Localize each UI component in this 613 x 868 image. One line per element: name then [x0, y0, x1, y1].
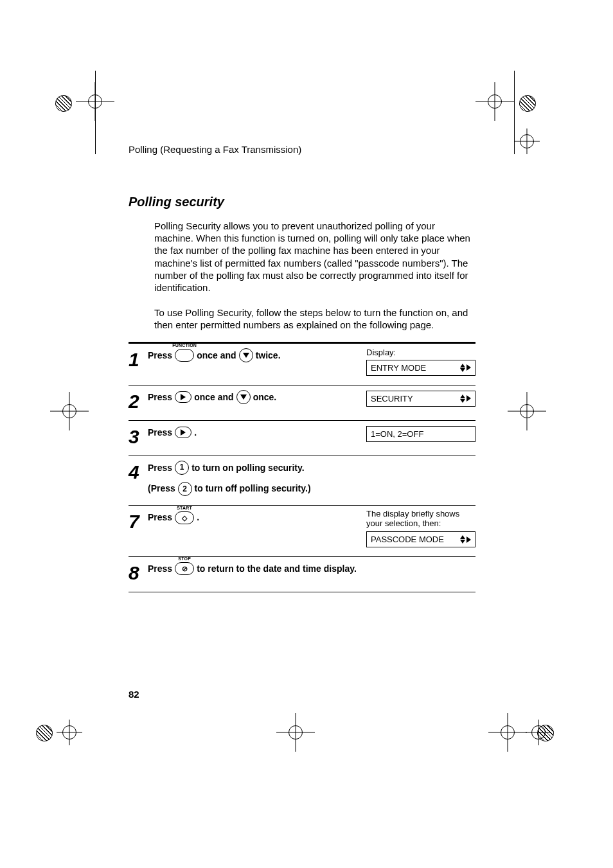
numpad-2-icon: 2: [178, 482, 192, 496]
stop-key-icon: STOP ⊘: [175, 562, 194, 575]
page-number: 82: [129, 689, 139, 700]
reg-line-tl: [95, 71, 96, 154]
step-8-body: Press STOP ⊘ to return to the date and t…: [148, 561, 366, 576]
step-3-body: Press .: [148, 425, 366, 439]
paragraph-2: To use Polling Security, follow the step…: [154, 306, 475, 331]
stop-key-label: STOP: [178, 555, 191, 562]
stop-glyph-icon: ⊘: [182, 565, 188, 572]
lcd-text: SECURITY: [371, 394, 413, 403]
once-label: once.: [253, 390, 277, 404]
numpad-1-icon: 1: [175, 461, 189, 475]
start-key-label: START: [177, 504, 192, 511]
lcd-text: ENTRY MODE: [371, 363, 426, 373]
step4-on-text: to turn on polling security.: [191, 461, 305, 475]
press-label: Press: [148, 461, 172, 475]
step-1-display: Display: ENTRY MODE: [366, 348, 475, 376]
reg-mark-tr2: [508, 122, 546, 161]
step-2: 2 Press once and once. SECURITY: [129, 389, 475, 411]
step-number: 1: [129, 348, 148, 369]
content: Polling (Requesting a Fax Transmission) …: [129, 144, 475, 596]
scroll-arrows-icon: [460, 535, 471, 544]
once-and-label: once and: [197, 348, 236, 362]
step-number: 8: [129, 561, 148, 583]
reg-mark-mr: [508, 392, 546, 430]
rule: [129, 592, 475, 592]
down-key-icon: [239, 348, 253, 362]
reg-mark-ml: [50, 392, 89, 430]
lcd-on-off: 1=ON, 2=OFF: [366, 426, 475, 442]
step-number: 3: [129, 425, 148, 447]
rule: [129, 420, 475, 421]
reg-mark-bc: [276, 713, 315, 752]
rule: [129, 456, 475, 456]
step-2-body: Press once and once.: [148, 389, 366, 404]
reg-dot-tl: [55, 95, 72, 112]
period: .: [197, 510, 199, 524]
step4-off-text: to turn off polling security.): [195, 483, 311, 493]
step-number: 4: [129, 460, 148, 482]
step-1: 1 Press FUNCTION once and twice. Display…: [129, 348, 475, 376]
step7-note: The display briefly shows your selection…: [366, 509, 475, 529]
step-8: 8 Press STOP ⊘ to return to the date and…: [129, 561, 475, 583]
scroll-arrows-icon: [460, 394, 471, 403]
start-key-icon: START ◇: [175, 511, 194, 524]
twice-label: twice.: [256, 348, 281, 362]
reg-mark-br2: [519, 713, 558, 752]
lcd-entry-mode: ENTRY MODE: [366, 360, 475, 376]
step-3-display: 1=ON, 2=OFF: [366, 425, 475, 442]
step-7-display: The display briefly shows your selection…: [366, 509, 475, 547]
paragraph-1: Polling Security allows you to prevent u…: [154, 220, 475, 294]
start-glyph-icon: ◇: [182, 514, 187, 521]
scroll-arrows-icon: [460, 364, 471, 372]
step-number: 2: [129, 389, 148, 411]
step-number: 7: [129, 509, 148, 531]
lcd-text: PASSCODE MODE: [371, 535, 444, 544]
reg-mark-bl: [50, 713, 89, 752]
lcd-passcode: PASSCODE MODE: [366, 531, 475, 547]
press-label: Press: [148, 562, 172, 576]
section-title: Polling security: [129, 195, 475, 209]
reg-dot-tr: [519, 95, 536, 112]
press-label: Press: [148, 510, 172, 524]
step-7: 7 Press START ◇ . The display briefly sh…: [129, 509, 475, 547]
press-label: Press: [148, 425, 172, 439]
step-4: 4 Press 1 to turn on polling security. (…: [129, 460, 475, 497]
page: Polling (Requesting a Fax Transmission) …: [0, 0, 613, 868]
period: .: [194, 425, 197, 439]
lcd-security: SECURITY: [366, 391, 475, 407]
step-2-display: SECURITY: [366, 389, 475, 407]
step-7-body: Press START ◇ .: [148, 509, 366, 524]
press-label: Press: [148, 348, 172, 362]
step-4-body: Press 1 to turn on polling security. (Pr…: [148, 460, 366, 497]
lcd-text: 1=ON, 2=OFF: [371, 429, 423, 439]
step8-tail: to return to the date and time display.: [197, 562, 357, 576]
step-1-body: Press FUNCTION once and twice.: [148, 348, 366, 362]
down-key-icon: [236, 390, 251, 404]
step-3: 3 Press . 1=ON, 2=OFF: [129, 425, 475, 447]
display-label: Display:: [366, 348, 475, 357]
running-head: Polling (Requesting a Fax Transmission): [129, 144, 475, 155]
reg-mark-tr: [475, 82, 514, 121]
rule: [129, 385, 475, 385]
press-paren-label: (Press: [148, 483, 175, 493]
press-label: Press: [148, 390, 172, 404]
right-key-icon: [175, 391, 191, 403]
function-key-icon: FUNCTION: [175, 349, 194, 362]
function-key-label: FUNCTION: [172, 342, 197, 349]
right-key-icon: [175, 427, 191, 438]
once-and-label: once and: [194, 390, 233, 404]
